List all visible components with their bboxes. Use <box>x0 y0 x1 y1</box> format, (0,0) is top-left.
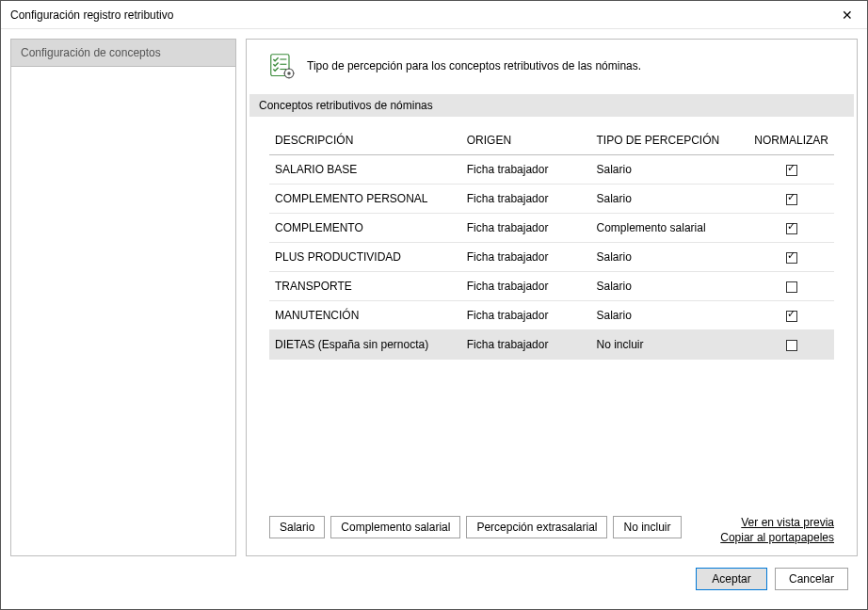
dialog-body: Configuración de conceptos <box>1 29 867 609</box>
cell-normalizar <box>748 243 834 272</box>
accept-button[interactable]: Aceptar <box>696 568 767 590</box>
panel-description: Tipo de percepción para los conceptos re… <box>307 59 641 72</box>
btn-complemento[interactable]: Complemento salarial <box>330 516 460 538</box>
table-row[interactable]: DIETAS (España sin pernocta)Ficha trabaj… <box>269 330 834 360</box>
dialog-footer: Aceptar Cancelar <box>10 566 858 600</box>
cell-tipo: No incluir <box>591 330 749 360</box>
cell-origen: Ficha trabajador <box>461 301 591 330</box>
col-tipo[interactable]: TIPO DE PERCEPCIÓN <box>591 126 749 155</box>
table-row[interactable]: COMPLEMENTOFicha trabajadorComplemento s… <box>269 214 834 243</box>
cell-normalizar <box>748 272 834 301</box>
sidebar: Configuración de conceptos <box>10 39 236 556</box>
cell-tipo: Salario <box>591 272 749 301</box>
col-normalizar[interactable]: NORMALIZAR <box>748 126 834 155</box>
table-row[interactable]: TRANSPORTEFicha trabajadorSalario <box>269 272 834 301</box>
sidebar-item-conceptos[interactable]: Configuración de conceptos <box>11 40 235 67</box>
cell-normalizar <box>748 155 834 185</box>
cell-descripcion: COMPLEMENTO <box>269 214 461 243</box>
normalizar-checkbox[interactable] <box>786 252 797 264</box>
cell-tipo: Salario <box>591 243 749 272</box>
cell-normalizar <box>748 214 834 243</box>
normalizar-checkbox[interactable] <box>786 281 797 293</box>
main-panel: Tipo de percepción para los conceptos re… <box>246 39 858 556</box>
conceptos-table: DESCRIPCIÓN ORIGEN TIPO DE PERCEPCIÓN NO… <box>269 126 834 360</box>
cell-descripcion: MANUTENCIÓN <box>269 301 461 330</box>
panels: Configuración de conceptos <box>10 39 858 556</box>
window-title: Configuración registro retributivo <box>10 8 173 22</box>
cell-origen: Ficha trabajador <box>461 155 591 185</box>
cell-normalizar <box>748 301 834 330</box>
cell-normalizar <box>748 330 834 360</box>
normalizar-checkbox[interactable] <box>786 340 797 351</box>
table-header-row: DESCRIPCIÓN ORIGEN TIPO DE PERCEPCIÓN NO… <box>269 126 834 155</box>
cell-descripcion: PLUS PRODUCTIVIDAD <box>269 243 461 272</box>
col-descripcion[interactable]: DESCRIPCIÓN <box>269 126 461 155</box>
btn-no-incluir[interactable]: No incluir <box>613 516 681 538</box>
titlebar: Configuración registro retributivo ✕ <box>1 1 867 29</box>
svg-point-5 <box>287 72 291 75</box>
section-header: Conceptos retributivos de nóminas <box>249 94 854 117</box>
panel-header: Tipo de percepción para los conceptos re… <box>247 53 857 94</box>
close-icon: ✕ <box>842 8 853 23</box>
normalizar-checkbox[interactable] <box>786 311 797 322</box>
cell-descripcion: COMPLEMENTO PERSONAL <box>269 185 461 214</box>
close-button[interactable]: ✕ <box>828 1 867 29</box>
btn-salario[interactable]: Salario <box>269 516 325 538</box>
link-group: Ver en vista previa Copiar al portapapel… <box>720 516 834 544</box>
normalizar-checkbox[interactable] <box>786 165 797 176</box>
cell-tipo: Salario <box>591 301 749 330</box>
section-title: Conceptos retributivos de nóminas <box>259 99 433 112</box>
cancel-button[interactable]: Cancelar <box>775 568 848 590</box>
cell-origen: Ficha trabajador <box>461 330 591 360</box>
sidebar-item-label: Configuración de conceptos <box>21 46 161 59</box>
table-row[interactable]: PLUS PRODUCTIVIDADFicha trabajadorSalari… <box>269 243 834 272</box>
link-copy[interactable]: Copiar al portapapeles <box>720 531 834 544</box>
btn-extrasalarial[interactable]: Percepción extrasalarial <box>466 516 607 538</box>
cell-origen: Ficha trabajador <box>461 272 591 301</box>
cell-tipo: Complemento salarial <box>591 214 749 243</box>
type-button-group: Salario Complemento salarial Percepción … <box>269 516 682 538</box>
cell-tipo: Salario <box>591 185 749 214</box>
table-row[interactable]: COMPLEMENTO PERSONALFicha trabajadorSala… <box>269 185 834 214</box>
cell-normalizar <box>748 185 834 214</box>
checklist-gear-icon <box>269 53 296 79</box>
table-row[interactable]: SALARIO BASEFicha trabajadorSalario <box>269 155 834 185</box>
dialog-window: Configuración registro retributivo ✕ Con… <box>0 0 868 610</box>
table-row[interactable]: MANUTENCIÓNFicha trabajadorSalario <box>269 301 834 330</box>
cell-descripcion: TRANSPORTE <box>269 272 461 301</box>
cell-tipo: Salario <box>591 155 749 185</box>
cell-descripcion: DIETAS (España sin pernocta) <box>269 330 461 360</box>
bottom-row: Salario Complemento salarial Percepción … <box>247 516 857 544</box>
normalizar-checkbox[interactable] <box>786 194 797 205</box>
link-preview[interactable]: Ver en vista previa <box>741 516 834 529</box>
table-container: DESCRIPCIÓN ORIGEN TIPO DE PERCEPCIÓN NO… <box>247 117 857 516</box>
col-origen[interactable]: ORIGEN <box>461 126 591 155</box>
cell-origen: Ficha trabajador <box>461 243 591 272</box>
cell-origen: Ficha trabajador <box>461 214 591 243</box>
normalizar-checkbox[interactable] <box>786 223 797 234</box>
cell-descripcion: SALARIO BASE <box>269 155 461 185</box>
cell-origen: Ficha trabajador <box>461 185 591 214</box>
